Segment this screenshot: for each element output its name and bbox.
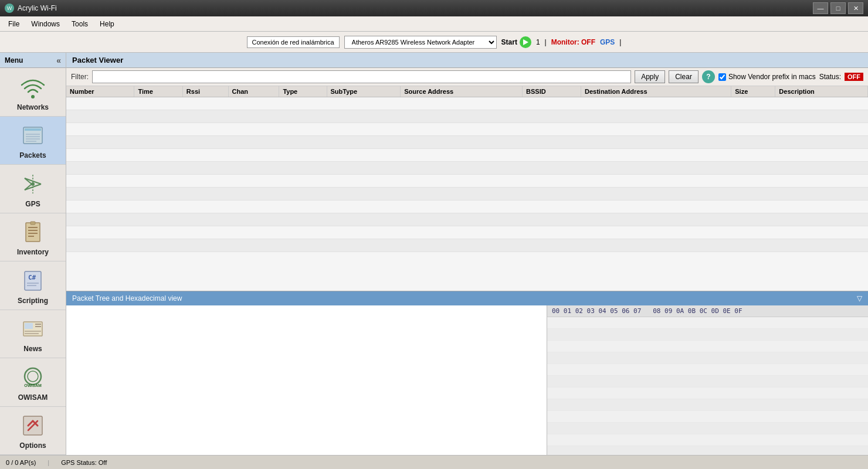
hex-row	[547, 341, 868, 352]
menu-tools[interactable]: Tools	[66, 18, 94, 30]
packet-viewer-title: Packet Viewer	[72, 56, 123, 64]
connection-label: Conexión de red inalámbrica	[247, 36, 340, 48]
scripting-icon: C#	[19, 267, 47, 294]
hex-row	[547, 376, 868, 388]
packets-icon	[19, 123, 47, 149]
col-size: Size	[731, 86, 775, 97]
content-area: Packet Viewer Filter: Apply Clear ? Show…	[66, 53, 868, 455]
menu-bar: File Windows Tools Help	[0, 16, 868, 32]
table-row	[66, 226, 868, 239]
packet-table-container[interactable]: Number Time Rssi Chan Type SubType Sourc…	[66, 86, 868, 291]
hex-row	[547, 423, 868, 434]
hex-row	[547, 411, 868, 423]
apply-button[interactable]: Apply	[635, 70, 665, 83]
networks-icon	[19, 74, 47, 101]
hex-row	[547, 364, 868, 376]
table-row	[66, 136, 868, 149]
ap-count: 0 / 0 AP(s)	[6, 459, 36, 466]
extra-sep: |	[619, 38, 621, 46]
filter-label: Filter:	[71, 73, 89, 81]
bottom-panel-collapse[interactable]: ▽	[857, 294, 862, 303]
inventory-icon	[19, 219, 47, 246]
table-row	[66, 239, 868, 252]
col-bssid: BSSID	[523, 86, 581, 97]
col-number: Number	[66, 86, 134, 97]
table-row	[66, 175, 868, 188]
sidebar: Menu « Networks	[0, 53, 66, 455]
packet-viewer-header: Packet Viewer	[66, 53, 868, 68]
vendor-check-label[interactable]: Show Vendor prefix in macs	[718, 73, 816, 81]
help-button[interactable]: ?	[702, 70, 715, 83]
col-desc: Description	[775, 86, 868, 97]
start-label: Start	[501, 38, 517, 46]
hex-row	[547, 446, 868, 455]
status-value: OFF	[845, 73, 863, 81]
sidebar-label-news: News	[23, 345, 42, 353]
hex-pane[interactable]: 00 01 02 03 04 05 06 07 08 09 0A 0B 0C 0…	[547, 305, 868, 455]
hex-header-text: 00 01 02 03 04 05 06 07 08 09 0A 0B 0C 0…	[552, 307, 742, 315]
menu-file[interactable]: File	[2, 18, 25, 30]
svg-rect-2	[25, 128, 41, 131]
toolbar-center: Conexión de red inalámbrica Atheros AR92…	[5, 36, 863, 49]
sidebar-item-inventory[interactable]: Inventory	[0, 213, 66, 262]
hex-row	[547, 317, 868, 329]
table-row	[66, 213, 868, 226]
packet-tree-pane[interactable]	[66, 305, 547, 455]
filter-input[interactable]	[92, 70, 631, 83]
svg-text:OWISAM: OWISAM	[24, 383, 42, 388]
maximize-button[interactable]: □	[830, 2, 846, 14]
table-row	[66, 149, 868, 162]
close-button[interactable]: ✕	[848, 2, 863, 14]
status-bar: 0 / 0 AP(s) | GPS Status: Off	[0, 455, 868, 469]
toolbar: Conexión de red inalámbrica Atheros AR92…	[0, 32, 868, 53]
hex-row	[547, 399, 868, 411]
gps-status: GPS Status: Off	[61, 459, 107, 466]
sidebar-item-networks[interactable]: Networks	[0, 68, 66, 117]
vendor-check-text: Show Vendor prefix in macs	[728, 73, 816, 81]
svg-rect-24	[25, 323, 33, 329]
separator: |	[545, 38, 547, 46]
col-time: Time	[134, 86, 182, 97]
sidebar-item-gps[interactable]: GPS	[0, 165, 66, 213]
sidebar-item-scripting[interactable]: C# Scripting	[0, 261, 66, 310]
start-button[interactable]: Start	[501, 36, 531, 48]
menu-help[interactable]: Help	[94, 18, 120, 30]
col-subtype: SubType	[327, 86, 401, 97]
news-icon	[19, 316, 47, 343]
hex-row	[547, 352, 868, 364]
monitor-status[interactable]: Monitor: OFF	[551, 38, 595, 46]
filter-bar: Filter: Apply Clear ? Show Vendor prefix…	[66, 68, 868, 86]
sidebar-label-options: Options	[19, 441, 46, 450]
col-dest: Destination Address	[581, 86, 731, 97]
adapter-select[interactable]: Atheros AR9285 Wireless Network Adapter	[344, 36, 497, 49]
app-title: Acrylic Wi-Fi	[18, 4, 813, 12]
svg-text:C#: C#	[28, 274, 36, 281]
clear-button[interactable]: Clear	[669, 70, 699, 83]
sidebar-item-news[interactable]: News	[0, 310, 66, 359]
sidebar-item-packets[interactable]: Packets	[0, 117, 66, 165]
play-icon[interactable]	[520, 36, 531, 48]
table-header-row: Number Time Rssi Chan Type SubType Sourc…	[66, 86, 868, 97]
bottom-panel: Packet Tree and Hexadecimal view ▽ 00 01…	[66, 291, 868, 455]
sidebar-item-options[interactable]: Options	[0, 407, 66, 456]
svg-point-29	[25, 368, 41, 385]
main-layout: Menu « Networks	[0, 53, 868, 455]
col-rssi: Rssi	[182, 86, 228, 97]
table-row	[66, 110, 868, 123]
sidebar-label-inventory: Inventory	[17, 248, 49, 256]
sidebar-collapse-button[interactable]: «	[56, 56, 61, 65]
table-row	[66, 200, 868, 213]
hex-row	[547, 388, 868, 399]
table-row	[66, 188, 868, 200]
sidebar-item-owisam[interactable]: OWISAM OWISAM	[0, 358, 66, 407]
minimize-button[interactable]: —	[813, 2, 828, 14]
gps-button[interactable]: GPS	[600, 38, 615, 46]
options-icon	[19, 413, 47, 440]
col-source: Source Address	[401, 86, 523, 97]
sidebar-label-packets: Packets	[19, 151, 46, 159]
svg-point-12	[31, 182, 35, 186]
window-controls[interactable]: — □ ✕	[813, 2, 863, 14]
vendor-checkbox[interactable]	[718, 73, 726, 81]
menu-windows[interactable]: Windows	[25, 18, 66, 30]
bottom-panel-header: Packet Tree and Hexadecimal view ▽	[66, 291, 868, 305]
